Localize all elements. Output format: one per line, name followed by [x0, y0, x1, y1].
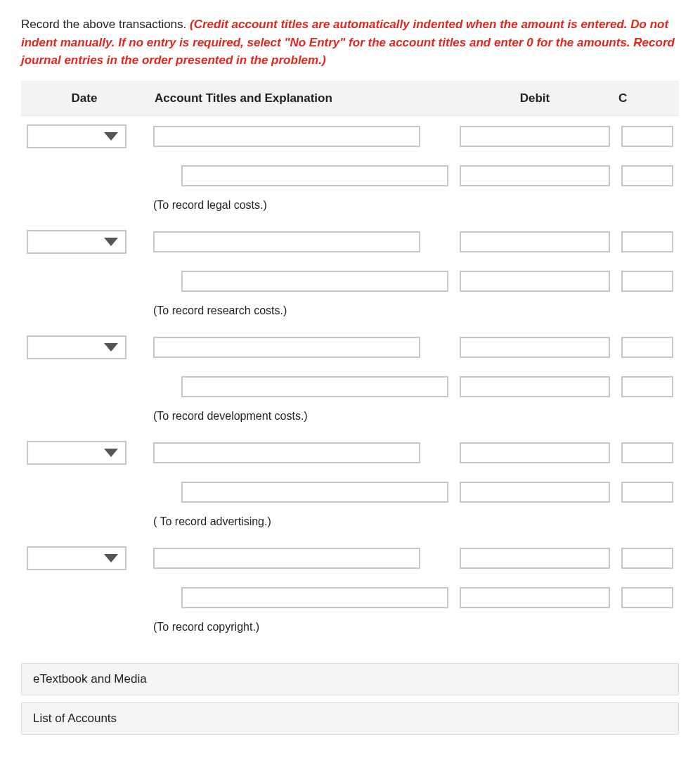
account-title-input[interactable]: [153, 231, 420, 252]
credit-input[interactable]: [621, 271, 673, 292]
credit-input[interactable]: [621, 337, 673, 358]
debit-input[interactable]: [460, 548, 610, 569]
col-header-debit: Debit: [454, 82, 616, 116]
account-title-input[interactable]: [181, 271, 448, 292]
table-row: [21, 262, 679, 300]
explanation-text: (To record development costs.): [148, 406, 454, 432]
credit-input[interactable]: [621, 231, 673, 252]
table-row: (To record research costs.): [21, 300, 679, 327]
chevron-down-icon: [104, 554, 118, 562]
table-row: (To record development costs.): [21, 406, 679, 432]
col-header-account: Account Titles and Explanation: [148, 82, 454, 116]
credit-input[interactable]: [621, 376, 673, 397]
account-title-input[interactable]: [153, 126, 420, 147]
account-title-input[interactable]: [181, 482, 448, 503]
credit-input[interactable]: [621, 442, 673, 463]
col-header-date: Date: [21, 82, 148, 116]
credit-input[interactable]: [621, 482, 673, 503]
credit-input[interactable]: [621, 165, 673, 186]
table-row: [21, 116, 679, 157]
debit-input[interactable]: [460, 165, 610, 186]
journal-area: Date Account Titles and Explanation Debi…: [21, 81, 679, 643]
debit-input[interactable]: [460, 482, 610, 503]
chevron-down-icon: [104, 238, 118, 246]
table-row: [21, 221, 679, 262]
debit-input[interactable]: [460, 376, 610, 397]
table-row: [21, 473, 679, 511]
debit-input[interactable]: [460, 442, 610, 463]
table-row: ( To record advertising.): [21, 511, 679, 538]
resources-accordion: eTextbook and Media List of Accounts: [21, 663, 679, 735]
journal-table: Date Account Titles and Explanation Debi…: [21, 82, 679, 643]
debit-input[interactable]: [460, 587, 610, 608]
debit-input[interactable]: [460, 337, 610, 358]
table-row: [21, 157, 679, 195]
chevron-down-icon: [104, 449, 118, 457]
explanation-text: (To record legal costs.): [148, 195, 454, 221]
account-title-input[interactable]: [153, 442, 420, 463]
credit-input[interactable]: [621, 587, 673, 608]
debit-input[interactable]: [460, 271, 610, 292]
date-select[interactable]: [27, 546, 127, 570]
accordion-label: eTextbook and Media: [33, 672, 147, 686]
account-title-input[interactable]: [181, 587, 448, 608]
table-row: [21, 579, 679, 617]
credit-input[interactable]: [621, 126, 673, 147]
account-title-input[interactable]: [153, 337, 420, 358]
explanation-text: (To record copyright.): [148, 617, 454, 643]
chevron-down-icon: [104, 132, 118, 141]
date-select[interactable]: [27, 335, 127, 359]
credit-input[interactable]: [621, 548, 673, 569]
account-title-input[interactable]: [181, 376, 448, 397]
table-row: (To record copyright.): [21, 617, 679, 643]
col-header-credit: C: [616, 82, 679, 116]
explanation-text: ( To record advertising.): [148, 511, 454, 538]
table-row: [21, 368, 679, 406]
accordion-label: List of Accounts: [33, 712, 117, 725]
table-row: (To record legal costs.): [21, 195, 679, 221]
date-select[interactable]: [27, 441, 127, 465]
debit-input[interactable]: [460, 231, 610, 252]
instructions-black: Record the above transactions.: [21, 18, 190, 31]
table-row: [21, 327, 679, 368]
chevron-down-icon: [104, 343, 118, 352]
explanation-text: (To record research costs.): [148, 300, 454, 327]
accordion-list-of-accounts[interactable]: List of Accounts: [21, 702, 679, 735]
date-select[interactable]: [27, 230, 127, 254]
debit-input[interactable]: [460, 126, 610, 147]
accordion-etextbook[interactable]: eTextbook and Media: [21, 663, 679, 695]
table-row: [21, 432, 679, 473]
date-select[interactable]: [27, 124, 127, 148]
instructions: Record the above transactions. (Credit a…: [21, 15, 679, 70]
account-title-input[interactable]: [181, 165, 448, 186]
table-row: [21, 538, 679, 579]
account-title-input[interactable]: [153, 548, 420, 569]
